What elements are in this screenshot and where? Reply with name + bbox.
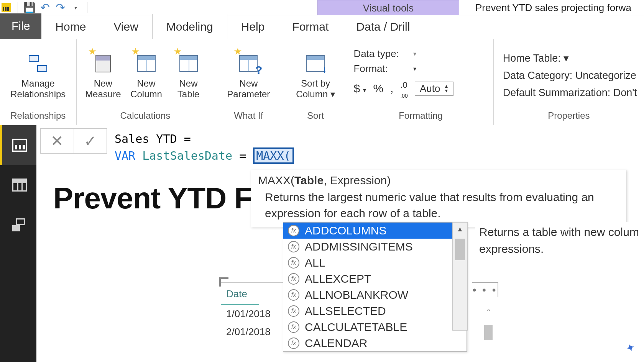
group-properties: Home Table: ▾ Data Category: Uncategoriz… <box>494 39 644 125</box>
group-label: Properties <box>494 108 644 125</box>
intellisense-signature-tooltip: MAXX(Table, Expression) Returns the larg… <box>251 170 626 227</box>
group-relationships: Manage Relationships Relationships <box>0 39 77 125</box>
new-table-button[interactable]: New Table <box>169 51 208 99</box>
tab-file[interactable]: File <box>0 13 41 39</box>
decimal-auto-stepper[interactable]: Auto ▲▼ <box>415 82 453 96</box>
report-view-icon <box>12 139 27 152</box>
tab-data-drill[interactable]: Data / Drill <box>342 14 424 39</box>
group-label: Sort <box>283 108 348 125</box>
autocomplete-item[interactable]: fxALLSELECTED <box>283 303 467 319</box>
function-icon: fx <box>288 321 299 333</box>
model-view-icon <box>12 218 27 231</box>
scroll-thumb[interactable] <box>455 239 465 260</box>
function-icon: fx <box>288 289 299 301</box>
commit-formula-button[interactable]: ✓ <box>74 129 107 153</box>
autocomplete-item[interactable]: fxALL <box>283 255 467 271</box>
new-column-button[interactable]: New Column <box>127 51 166 99</box>
cancel-formula-button[interactable]: ✕ <box>41 129 74 153</box>
group-sort: ↓ Sort by Column ▾ Sort <box>283 39 348 125</box>
visual-options-menu[interactable]: • • • <box>472 282 498 297</box>
scroll-thumb[interactable] <box>484 325 493 340</box>
autocomplete-item[interactable]: fxADDMISSINGITEMS <box>283 239 467 255</box>
model-view-button[interactable] <box>0 205 36 245</box>
intellisense-autocomplete-list[interactable]: fxADDCOLUMNS fxADDMISSINGITEMS fxALL fxA… <box>283 222 467 352</box>
ribbon-tabs: File Home View Modeling Help Format Data… <box>0 15 644 39</box>
table-icon <box>178 53 199 74</box>
report-view-button[interactable] <box>0 125 36 165</box>
group-formatting: Data type: ▾ Format: ▾ $ ▾ % , .0.00 Aut… <box>348 39 493 125</box>
data-view-button[interactable] <box>0 165 36 205</box>
manage-relationships-button[interactable]: Manage Relationships <box>8 51 68 99</box>
sort-icon: ↓ <box>305 53 326 74</box>
tab-help[interactable]: Help <box>227 14 279 39</box>
function-icon: fx <box>288 337 299 349</box>
autocomplete-item[interactable]: fxCALENDAR <box>283 335 467 351</box>
home-table-dropdown[interactable]: Home Table: ▾ <box>503 52 637 64</box>
separator <box>87 2 87 13</box>
scroll-up-icon[interactable]: ˄ <box>486 308 491 318</box>
spinner-icon[interactable]: ▲▼ <box>444 84 449 93</box>
sort-by-column-button[interactable]: ↓ Sort by Column ▾ <box>294 51 337 99</box>
function-icon: fx <box>288 273 299 285</box>
table-header-date[interactable]: Date <box>221 283 259 305</box>
highlighted-token: MAXX( <box>253 147 294 164</box>
autocomplete-item[interactable]: fxCALCULATETABLE <box>283 319 467 335</box>
app-logo-icon <box>2 3 11 12</box>
formula-bar: ✕ ✓ Sales YTD = VAR LastSalesDate = MAXX… <box>36 125 644 169</box>
group-label: Calculations <box>77 108 214 125</box>
group-label: What If <box>214 108 283 125</box>
group-whatif: ? New Parameter What If <box>214 39 283 125</box>
function-icon: fx <box>288 225 299 236</box>
thousands-separator-button[interactable]: , <box>390 82 393 95</box>
data-category-dropdown[interactable]: Data Category: Uncategorize <box>503 70 637 82</box>
visual-scrollbar[interactable]: ˄ <box>482 308 495 354</box>
group-label: Relationships <box>0 108 76 125</box>
group-label: Formatting <box>348 108 493 125</box>
autocomplete-item-description: Returns a table with new colum expressio… <box>475 222 644 259</box>
tab-home[interactable]: Home <box>41 14 100 39</box>
group-calculations: New Measure New Column New Table Calcula… <box>77 39 214 125</box>
percent-button[interactable]: % <box>373 82 383 95</box>
parameter-icon: ? <box>238 53 259 74</box>
save-button[interactable]: 💾 <box>22 0 37 15</box>
qat-customize-dropdown[interactable]: ▾ <box>68 0 83 15</box>
view-switcher-rail <box>0 125 36 362</box>
relationships-icon <box>27 53 49 74</box>
contextual-tab-visual-tools[interactable]: Visual tools <box>317 0 459 16</box>
new-parameter-button[interactable]: ? New Parameter <box>225 51 272 99</box>
format-label: Format: <box>353 63 407 75</box>
autocomplete-item[interactable]: fxADDCOLUMNS <box>283 223 467 239</box>
separator <box>18 2 18 13</box>
tab-view[interactable]: View <box>100 14 152 39</box>
data-type-dropdown[interactable]: ▾ <box>413 50 416 57</box>
formula-action-buttons: ✕ ✓ <box>40 128 107 154</box>
default-summarization-dropdown[interactable]: Default Summarization: Don't <box>503 87 637 99</box>
redo-button[interactable]: ↷ <box>53 0 68 15</box>
data-view-icon <box>12 179 27 192</box>
ribbon-body: Manage Relationships Relationships New M… <box>0 39 644 125</box>
decimal-places-icon: .0.00 <box>400 80 407 100</box>
window-title: Prevent YTD sales projecting forwa <box>472 0 644 15</box>
function-icon: fx <box>288 241 299 252</box>
function-icon: fx <box>288 257 299 269</box>
undo-button[interactable]: ↶ <box>37 0 53 15</box>
new-measure-button[interactable]: New Measure <box>83 51 123 99</box>
format-dropdown[interactable]: ▾ <box>413 65 416 72</box>
tab-modeling[interactable]: Modeling <box>152 14 227 39</box>
currency-button[interactable]: $ ▾ <box>353 82 366 95</box>
formula-input[interactable]: Sales YTD = VAR LastSalesDate = MAXX( <box>112 128 297 166</box>
data-type-label: Data type: <box>353 48 407 60</box>
autocomplete-scrollbar[interactable]: ▲ <box>452 222 468 331</box>
scroll-up-icon[interactable]: ▲ <box>453 223 467 236</box>
column-icon <box>136 53 157 74</box>
autocomplete-item[interactable]: fxALLNOBLANKROW <box>283 287 467 303</box>
caret-down-icon: ▾ <box>330 89 335 99</box>
autocomplete-item[interactable]: fxALLEXCEPT <box>283 271 467 287</box>
function-icon: fx <box>288 305 299 317</box>
measure-icon <box>92 53 114 74</box>
tab-format[interactable]: Format <box>278 14 342 39</box>
